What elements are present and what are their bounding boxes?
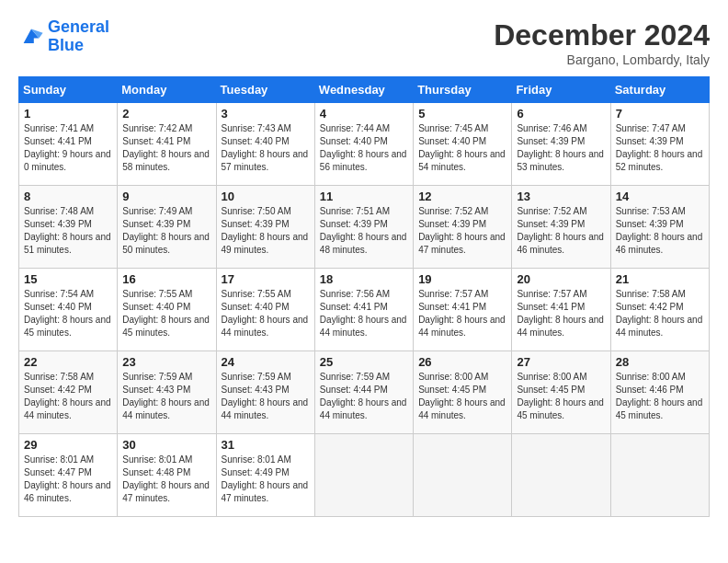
sunset-label: Sunset: 4:40 PM	[418, 136, 486, 146]
daylight-label: Daylight: 9 hours and 0 minutes.	[24, 149, 111, 172]
daylight-label: Daylight: 8 hours and 50 minutes.	[122, 232, 210, 255]
day-number: 13	[517, 190, 605, 203]
daylight-label: Daylight: 8 hours and 44 minutes.	[320, 397, 407, 420]
sunset-label: Sunset: 4:44 PM	[320, 385, 388, 395]
daylight-label: Daylight: 8 hours and 44 minutes.	[517, 315, 604, 338]
calendar-cell: 13 Sunrise: 7:52 AM Sunset: 4:39 PM Dayl…	[512, 186, 610, 269]
sunset-label: Sunset: 4:39 PM	[616, 136, 684, 146]
calendar-cell: 8 Sunrise: 7:48 AM Sunset: 4:39 PM Dayli…	[19, 186, 118, 269]
day-info: Sunrise: 8:01 AM Sunset: 4:47 PM Dayligh…	[24, 454, 112, 505]
day-info: Sunrise: 7:59 AM Sunset: 4:43 PM Dayligh…	[222, 371, 310, 422]
sunset-label: Sunset: 4:49 PM	[222, 467, 290, 477]
calendar-cell: 23 Sunrise: 7:59 AM Sunset: 4:43 PM Dayl…	[118, 351, 216, 434]
day-number: 29	[24, 438, 112, 452]
day-number: 21	[616, 272, 704, 286]
sunset-label: Sunset: 4:45 PM	[418, 385, 486, 395]
sunset-label: Sunset: 4:39 PM	[320, 219, 388, 229]
calendar-cell: 27 Sunrise: 8:00 AM Sunset: 4:45 PM Dayl…	[512, 351, 610, 434]
day-info: Sunrise: 7:59 AM Sunset: 4:43 PM Dayligh…	[122, 371, 210, 422]
location: Bargano, Lombardy, Italy	[494, 52, 710, 67]
day-info: Sunrise: 7:58 AM Sunset: 4:42 PM Dayligh…	[24, 371, 112, 422]
sunrise-label: Sunrise: 7:47 AM	[616, 123, 686, 133]
daylight-label: Daylight: 8 hours and 52 minutes.	[616, 149, 703, 172]
day-number: 3	[222, 107, 310, 121]
calendar-cell: 31 Sunrise: 8:01 AM Sunset: 4:49 PM Dayl…	[216, 434, 314, 517]
daylight-label: Daylight: 8 hours and 58 minutes.	[122, 149, 210, 172]
calendar-cell: 30 Sunrise: 8:01 AM Sunset: 4:48 PM Dayl…	[118, 434, 216, 517]
sunset-label: Sunset: 4:43 PM	[122, 385, 190, 395]
sunset-label: Sunset: 4:40 PM	[320, 136, 388, 146]
day-number: 4	[320, 107, 408, 121]
daylight-label: Daylight: 8 hours and 44 minutes.	[320, 315, 407, 338]
day-info: Sunrise: 7:55 AM Sunset: 4:40 PM Dayligh…	[122, 288, 210, 339]
daylight-label: Daylight: 8 hours and 47 minutes.	[122, 480, 210, 503]
day-info: Sunrise: 7:55 AM Sunset: 4:40 PM Dayligh…	[222, 288, 310, 339]
calendar-header: SundayMondayTuesdayWednesdayThursdayFrid…	[19, 77, 710, 103]
day-number: 12	[418, 190, 506, 203]
day-number: 7	[616, 107, 704, 121]
daylight-label: Daylight: 8 hours and 44 minutes.	[222, 315, 309, 338]
day-number: 1	[24, 107, 112, 121]
day-info: Sunrise: 7:56 AM Sunset: 4:41 PM Dayligh…	[320, 288, 408, 339]
day-info: Sunrise: 7:45 AM Sunset: 4:40 PM Dayligh…	[418, 122, 506, 174]
sunrise-label: Sunrise: 7:55 AM	[122, 289, 192, 299]
day-number: 2	[122, 107, 210, 121]
calendar-week-row: 22 Sunrise: 7:58 AM Sunset: 4:42 PM Dayl…	[19, 351, 710, 434]
daylight-label: Daylight: 8 hours and 47 minutes.	[222, 480, 309, 503]
calendar-cell	[512, 434, 610, 517]
day-info: Sunrise: 8:00 AM Sunset: 4:45 PM Dayligh…	[517, 371, 605, 422]
day-info: Sunrise: 7:52 AM Sunset: 4:39 PM Dayligh…	[517, 205, 605, 257]
day-number: 24	[222, 355, 310, 369]
day-number: 18	[320, 272, 408, 286]
calendar-cell	[314, 434, 413, 517]
day-number: 28	[616, 355, 704, 369]
sunrise-label: Sunrise: 7:59 AM	[222, 372, 291, 382]
day-number: 8	[24, 190, 112, 203]
day-info: Sunrise: 7:49 AM Sunset: 4:39 PM Dayligh…	[122, 205, 210, 257]
day-number: 20	[517, 272, 605, 286]
sunset-label: Sunset: 4:47 PM	[24, 467, 92, 477]
sunset-label: Sunset: 4:45 PM	[517, 385, 585, 395]
logo: General Blue	[18, 18, 109, 55]
sunrise-label: Sunrise: 7:58 AM	[24, 372, 94, 382]
day-info: Sunrise: 7:51 AM Sunset: 4:39 PM Dayligh…	[320, 205, 408, 257]
sunrise-label: Sunrise: 8:00 AM	[418, 372, 488, 382]
day-number: 5	[418, 107, 506, 121]
calendar-cell: 2 Sunrise: 7:42 AM Sunset: 4:41 PM Dayli…	[118, 103, 216, 186]
day-number: 31	[222, 438, 310, 452]
header-row: SundayMondayTuesdayWednesdayThursdayFrid…	[19, 77, 710, 103]
sunrise-label: Sunrise: 7:44 AM	[320, 123, 390, 133]
day-info: Sunrise: 8:00 AM Sunset: 4:46 PM Dayligh…	[616, 371, 704, 422]
weekday-header: Friday	[512, 77, 610, 103]
calendar-cell	[610, 434, 709, 517]
day-number: 19	[418, 272, 506, 286]
calendar-cell: 4 Sunrise: 7:44 AM Sunset: 4:40 PM Dayli…	[314, 103, 413, 186]
sunset-label: Sunset: 4:48 PM	[122, 467, 190, 477]
sunrise-label: Sunrise: 7:59 AM	[122, 372, 192, 382]
day-number: 10	[222, 190, 310, 203]
sunrise-label: Sunrise: 8:01 AM	[222, 454, 291, 465]
calendar-cell: 3 Sunrise: 7:43 AM Sunset: 4:40 PM Dayli…	[216, 103, 314, 186]
calendar-cell: 18 Sunrise: 7:56 AM Sunset: 4:41 PM Dayl…	[314, 269, 413, 351]
calendar-cell: 17 Sunrise: 7:55 AM Sunset: 4:40 PM Dayl…	[216, 269, 314, 351]
daylight-label: Daylight: 8 hours and 53 minutes.	[517, 149, 604, 172]
logo-icon	[18, 24, 44, 50]
sunrise-label: Sunrise: 7:56 AM	[320, 289, 390, 299]
calendar-cell: 25 Sunrise: 7:59 AM Sunset: 4:44 PM Dayl…	[314, 351, 413, 434]
sunrise-label: Sunrise: 7:53 AM	[616, 206, 686, 216]
sunset-label: Sunset: 4:39 PM	[122, 219, 190, 229]
calendar-cell: 5 Sunrise: 7:45 AM Sunset: 4:40 PM Dayli…	[414, 103, 512, 186]
calendar-cell: 29 Sunrise: 8:01 AM Sunset: 4:47 PM Dayl…	[19, 434, 118, 517]
calendar-cell: 21 Sunrise: 7:58 AM Sunset: 4:42 PM Dayl…	[610, 269, 709, 351]
daylight-label: Daylight: 8 hours and 44 minutes.	[122, 397, 210, 420]
sunset-label: Sunset: 4:39 PM	[517, 136, 585, 146]
daylight-label: Daylight: 8 hours and 44 minutes.	[418, 315, 506, 338]
sunset-label: Sunset: 4:40 PM	[24, 302, 92, 312]
sunrise-label: Sunrise: 7:41 AM	[24, 123, 94, 133]
day-number: 27	[517, 355, 605, 369]
day-info: Sunrise: 7:44 AM Sunset: 4:40 PM Dayligh…	[320, 122, 408, 174]
daylight-label: Daylight: 8 hours and 44 minutes.	[222, 397, 309, 420]
daylight-label: Daylight: 8 hours and 49 minutes.	[222, 232, 309, 255]
day-number: 23	[122, 355, 210, 369]
sunrise-label: Sunrise: 8:01 AM	[24, 454, 94, 465]
